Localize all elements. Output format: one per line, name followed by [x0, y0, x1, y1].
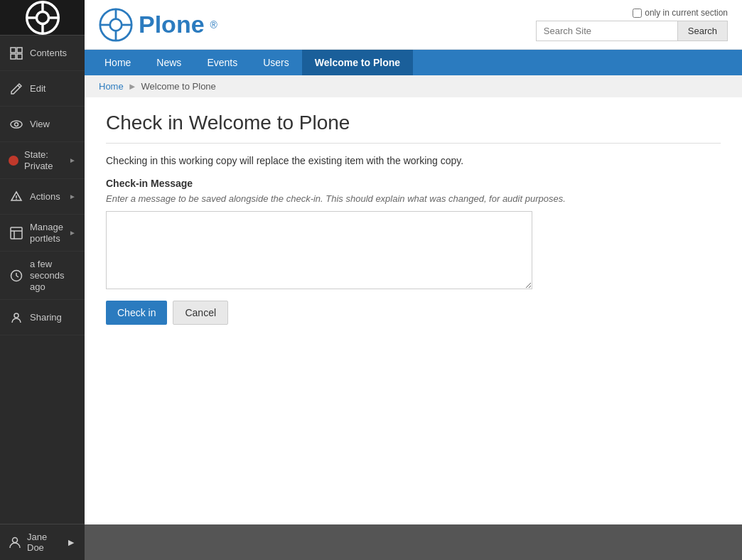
svg-rect-8 [11, 54, 16, 59]
header: Plone® only in current section Search [85, 0, 742, 50]
svg-rect-6 [11, 48, 16, 53]
user-name: Jane Doe [27, 532, 66, 553]
sidebar-item-view[interactable]: View [0, 107, 85, 142]
svg-point-1 [36, 11, 48, 23]
svg-line-20 [16, 276, 18, 277]
svg-point-24 [110, 18, 122, 31]
sidebar-item-actions[interactable]: Actions ► [0, 179, 85, 215]
sidebar-item-label: Actions [30, 191, 60, 203]
sidebar-user[interactable]: Jane Doe ► [0, 524, 85, 560]
button-row: Check in Cancel [106, 301, 721, 325]
sidebar-item-label: Sharing [30, 312, 62, 323]
field-help: Enter a message to be saved alongside th… [106, 193, 721, 204]
logo: Plone® [99, 8, 217, 42]
page-title: Check in Welcome to Plone [106, 112, 721, 144]
sidebar: Contents Edit View State: Private ► [0, 0, 85, 560]
svg-point-22 [13, 538, 18, 543]
nav-item-welcome[interactable]: Welcome to Plone [302, 50, 413, 75]
sidebar-item-label: View [30, 119, 50, 130]
plone-logo-reg: ® [210, 19, 217, 31]
sidebar-item-edit[interactable]: Edit [0, 71, 85, 107]
state-icon [9, 156, 18, 166]
breadcrumb-home[interactable]: Home [99, 81, 124, 92]
svg-point-21 [14, 313, 18, 318]
breadcrumb: Home ► Welcome to Plone [85, 75, 742, 97]
breadcrumb-separator: ► [128, 81, 137, 92]
svg-point-10 [11, 121, 22, 128]
sidebar-item-label: Edit [30, 83, 45, 95]
page-description: Checking in this working copy will repla… [106, 155, 721, 166]
nav-item-news[interactable]: News [144, 50, 194, 75]
sharing-icon [9, 310, 24, 325]
sidebar-item-label: State: Private [24, 149, 69, 171]
chevron-right-icon: ► [69, 156, 76, 164]
nav-item-events[interactable]: Events [194, 50, 250, 75]
sidebar-item-label: Manage portlets [30, 222, 69, 244]
sidebar-item-sharing[interactable]: Sharing [0, 300, 85, 335]
actions-icon [9, 189, 24, 205]
svg-point-11 [15, 122, 18, 126]
field-label: Check-in Message [106, 178, 721, 189]
nav-item-users[interactable]: Users [250, 50, 302, 75]
chevron-right-icon: ► [69, 229, 76, 237]
footer-bar [85, 524, 742, 560]
svg-point-14 [16, 198, 17, 200]
sidebar-item-last-modified: a few seconds ago [0, 252, 85, 300]
clock-icon [9, 268, 24, 284]
sidebar-item-manage-portlets[interactable]: Manage portlets ► [0, 215, 85, 252]
main-area: Plone® only in current section Search Ho… [85, 0, 742, 560]
sidebar-item-label: Contents [30, 48, 67, 59]
svg-rect-7 [17, 48, 22, 53]
sidebar-item-contents[interactable]: Contents [0, 36, 85, 71]
chevron-right-icon: ► [66, 537, 76, 548]
page-content: Check in Welcome to Plone Checking in th… [85, 97, 742, 524]
plone-logo-icon [99, 8, 133, 42]
svg-rect-15 [11, 227, 22, 239]
only-in-section-label: only in current section [645, 8, 728, 18]
checkin-button[interactable]: Check in [106, 301, 167, 325]
chevron-right-icon: ► [69, 193, 76, 200]
contents-icon [9, 45, 24, 61]
sidebar-top [0, 0, 85, 36]
plone-logo-text: Plone [139, 11, 205, 38]
search-input[interactable] [536, 21, 678, 41]
search-area: only in current section Search [536, 8, 728, 41]
search-option: only in current section [633, 8, 728, 18]
checkin-message-textarea[interactable] [106, 211, 532, 289]
manage-portlets-icon [9, 225, 24, 241]
svg-rect-9 [17, 54, 22, 59]
only-in-section-checkbox[interactable] [633, 9, 642, 18]
search-button[interactable]: Search [678, 21, 728, 41]
view-icon [9, 117, 24, 132]
user-icon [9, 536, 21, 549]
nav: Home News Events Users Welcome to Plone [85, 50, 742, 75]
search-row: Search [536, 21, 728, 41]
sidebar-item-label: a few seconds ago [30, 259, 76, 292]
sidebar-item-state[interactable]: State: Private ► [0, 142, 85, 179]
nav-item-home[interactable]: Home [92, 50, 144, 75]
edit-icon [9, 81, 24, 97]
plone-icon [26, 1, 60, 35]
breadcrumb-current: Welcome to Plone [141, 81, 216, 92]
cancel-button[interactable]: Cancel [173, 301, 228, 325]
